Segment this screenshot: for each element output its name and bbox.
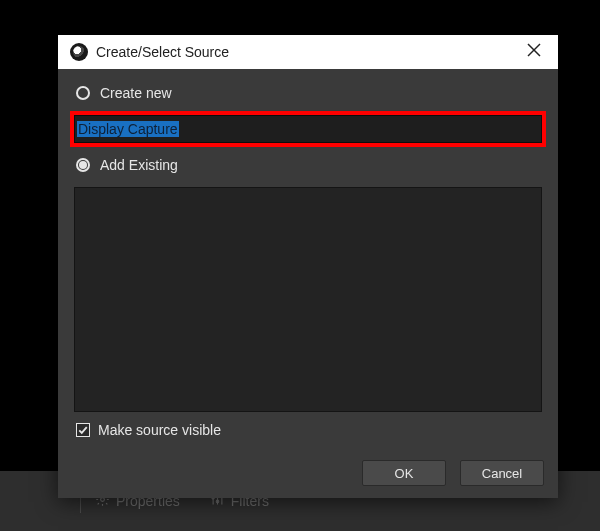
source-name-input[interactable]: Display Capture [74,115,542,143]
source-name-value: Display Capture [77,121,179,137]
close-icon [527,43,541,61]
titlebar: Create/Select Source [58,35,558,69]
ok-button[interactable]: OK [362,460,446,486]
add-existing-radio[interactable]: Add Existing [74,155,542,181]
radio-icon [76,86,90,100]
ok-label: OK [395,466,414,481]
obs-icon [70,43,88,61]
cancel-button[interactable]: Cancel [460,460,544,486]
dialog-button-row: OK Cancel [58,448,558,498]
make-source-visible-checkbox[interactable]: Make source visible [74,412,542,438]
create-select-source-dialog: Create/Select Source Create new Display … [58,35,558,498]
make-visible-label: Make source visible [98,422,221,438]
close-button[interactable] [520,38,548,66]
svg-point-0 [101,498,105,502]
source-name-highlight: Display Capture [70,111,546,147]
dialog-title: Create/Select Source [96,44,512,60]
cancel-label: Cancel [482,466,522,481]
checkbox-icon [76,423,90,437]
add-existing-label: Add Existing [100,157,178,173]
create-new-radio[interactable]: Create new [74,83,542,109]
existing-sources-list[interactable] [74,187,542,412]
radio-icon [76,158,90,172]
dialog-content: Create new Display Capture Add Existing … [58,69,558,448]
create-new-label: Create new [100,85,172,101]
